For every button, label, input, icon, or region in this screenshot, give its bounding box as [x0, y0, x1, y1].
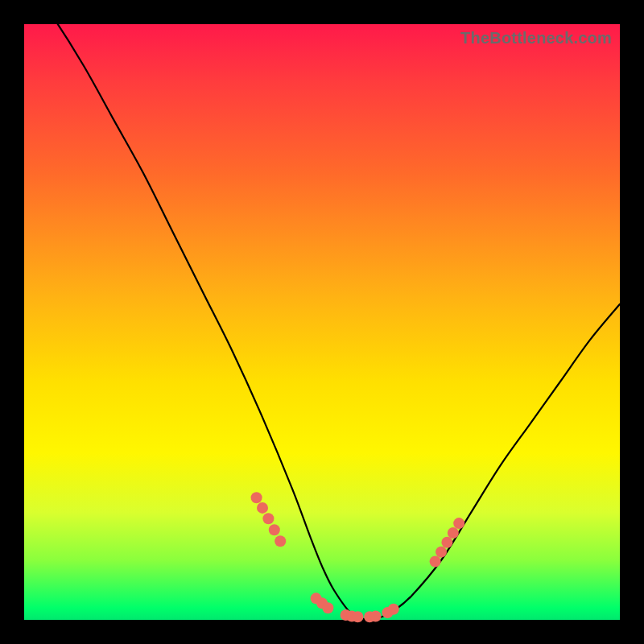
curve-marker [453, 518, 464, 529]
curve-marker [262, 513, 274, 524]
curve-marker [430, 555, 441, 567]
curve-marker [388, 604, 399, 615]
curve-marker [370, 611, 382, 622]
curve-markers [251, 492, 465, 622]
curve-marker [448, 527, 459, 539]
curve-marker [257, 502, 268, 514]
chart-canvas: TheBottleneck.com [0, 0, 644, 644]
curve-marker [322, 602, 333, 613]
plot-area: TheBottleneck.com [24, 24, 620, 620]
curve-marker [352, 611, 363, 622]
curve-marker [269, 524, 280, 535]
curve-layer [24, 24, 620, 620]
curve-marker [441, 537, 452, 548]
curve-marker [436, 547, 447, 558]
curve-marker [251, 492, 262, 503]
curve-marker [275, 535, 286, 547]
bottleneck-curve [24, 0, 620, 620]
